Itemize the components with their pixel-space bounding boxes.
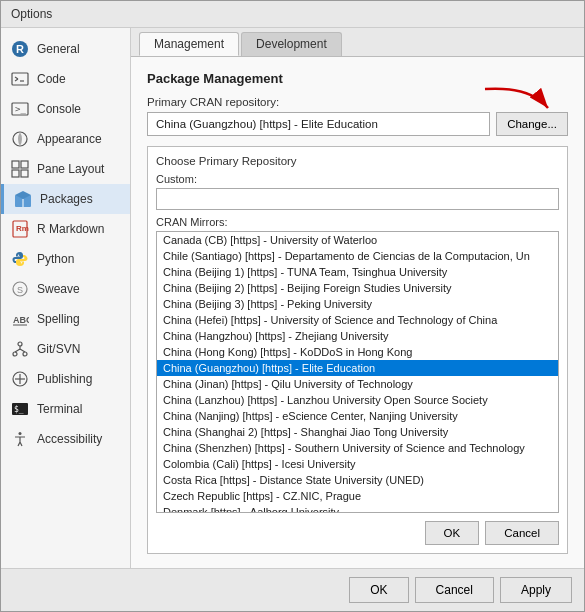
svg-text:>_: >_ bbox=[15, 104, 26, 114]
mirror-item[interactable]: China (Beijing 1) [https] - TUNA Team, T… bbox=[157, 264, 558, 280]
mirror-item[interactable]: Costa Rica [https] - Distance State Univ… bbox=[157, 472, 558, 488]
dialog-ok-button[interactable]: OK bbox=[425, 521, 480, 545]
code-icon bbox=[11, 70, 29, 88]
sidebar-label-python: Python bbox=[37, 252, 74, 266]
svg-text:S: S bbox=[17, 285, 23, 295]
accessibility-icon bbox=[11, 430, 29, 448]
custom-input[interactable] bbox=[156, 188, 559, 210]
terminal-icon: $_ bbox=[11, 400, 29, 418]
sidebar-item-git-svn[interactable]: Git/SVN bbox=[1, 334, 130, 364]
change-button[interactable]: Change... bbox=[496, 112, 568, 136]
packages-icon bbox=[14, 190, 32, 208]
spelling-icon: ABC bbox=[11, 310, 29, 328]
sidebar-label-accessibility: Accessibility bbox=[37, 432, 102, 446]
section-title: Package Management bbox=[147, 71, 568, 86]
sidebar-label-appearance: Appearance bbox=[37, 132, 102, 146]
mirror-item[interactable]: China (Guangzhou) [https] - Elite Educat… bbox=[157, 360, 558, 376]
mirror-item[interactable]: China (Beijing 2) [https] - Beijing Fore… bbox=[157, 280, 558, 296]
publishing-icon bbox=[11, 370, 29, 388]
appearance-icon bbox=[11, 130, 29, 148]
mirror-list[interactable]: Canada (CB) [https] - University of Wate… bbox=[156, 231, 559, 513]
mirror-item[interactable]: Colombia (Cali) [https] - Icesi Universi… bbox=[157, 456, 558, 472]
mirror-item[interactable]: Canada (CB) [https] - University of Wate… bbox=[157, 232, 558, 248]
sidebar-item-pane-layout[interactable]: Pane Layout bbox=[1, 154, 130, 184]
sidebar-label-console: Console bbox=[37, 102, 81, 116]
choose-box-title: Choose Primary Repository bbox=[156, 155, 559, 167]
cancel-button[interactable]: Cancel bbox=[415, 577, 494, 603]
svg-rect-9 bbox=[12, 161, 19, 168]
tabs-bar: Management Development bbox=[131, 28, 584, 57]
sidebar-item-sweave[interactable]: S Sweave bbox=[1, 274, 130, 304]
dialog-cancel-button[interactable]: Cancel bbox=[485, 521, 559, 545]
sidebar-item-spelling[interactable]: ABC Spelling bbox=[1, 304, 130, 334]
sidebar-item-accessibility[interactable]: Accessibility bbox=[1, 424, 130, 454]
mirror-item[interactable]: China (Lanzhou) [https] - Lanzhou Univer… bbox=[157, 392, 558, 408]
python-icon bbox=[11, 250, 29, 268]
mirror-item[interactable]: China (Hong Kong) [https] - KoDDoS in Ho… bbox=[157, 344, 558, 360]
mirror-item[interactable]: China (Hangzhou) [https] - Zhejiang Univ… bbox=[157, 328, 558, 344]
svg-point-24 bbox=[23, 352, 27, 356]
sidebar-item-python[interactable]: Python bbox=[1, 244, 130, 274]
repo-row: China (Guangzhou) [https] - Elite Educat… bbox=[147, 112, 568, 136]
pane-layout-icon bbox=[11, 160, 29, 178]
sidebar-label-publishing: Publishing bbox=[37, 372, 92, 386]
sidebar-item-r-markdown[interactable]: Rmd R Markdown bbox=[1, 214, 130, 244]
svg-text:R: R bbox=[16, 43, 24, 55]
mirror-item[interactable]: Czech Republic [https] - CZ.NIC, Prague bbox=[157, 488, 558, 504]
mirror-item[interactable]: Denmark [https] - Aalborg University bbox=[157, 504, 558, 513]
sidebar-item-packages[interactable]: Packages bbox=[1, 184, 130, 214]
choose-primary-repository-box: Choose Primary Repository Custom: CRAN M… bbox=[147, 146, 568, 554]
mirror-item[interactable]: China (Hefei) [https] - University of Sc… bbox=[157, 312, 558, 328]
sidebar-label-packages: Packages bbox=[40, 192, 93, 206]
sidebar: R General Code >_ Console bbox=[1, 28, 131, 568]
mirror-item[interactable]: Chile (Santiago) [https] - Departamento … bbox=[157, 248, 558, 264]
mirror-item[interactable]: China (Jinan) [https] - Qilu University … bbox=[157, 376, 558, 392]
sidebar-label-terminal: Terminal bbox=[37, 402, 82, 416]
console-icon: >_ bbox=[11, 100, 29, 118]
sidebar-item-console[interactable]: >_ Console bbox=[1, 94, 130, 124]
svg-point-23 bbox=[13, 352, 17, 356]
sidebar-label-git-svn: Git/SVN bbox=[37, 342, 80, 356]
panel-content: Package Management Primary CRAN reposito… bbox=[131, 57, 584, 568]
sidebar-item-general[interactable]: R General bbox=[1, 34, 130, 64]
svg-point-30 bbox=[19, 432, 22, 435]
sidebar-label-pane-layout: Pane Layout bbox=[37, 162, 104, 176]
sweave-icon: S bbox=[11, 280, 29, 298]
svg-text:ABC: ABC bbox=[13, 315, 29, 325]
mirror-item[interactable]: China (Nanjing) [https] - eScience Cente… bbox=[157, 408, 558, 424]
mirror-item[interactable]: China (Beijing 3) [https] - Peking Unive… bbox=[157, 296, 558, 312]
mirror-item[interactable]: China (Shanghai 2) [https] - Shanghai Ji… bbox=[157, 424, 558, 440]
bottom-bar: OK Cancel Apply bbox=[1, 568, 584, 611]
sidebar-item-publishing[interactable]: Publishing bbox=[1, 364, 130, 394]
svg-line-4 bbox=[15, 79, 18, 81]
svg-point-22 bbox=[18, 342, 22, 346]
r-markdown-icon: Rmd bbox=[11, 220, 29, 238]
main-panel: Management Development Package Managemen… bbox=[131, 28, 584, 568]
title-bar: Options bbox=[1, 1, 584, 28]
tab-management[interactable]: Management bbox=[139, 32, 239, 56]
tab-development[interactable]: Development bbox=[241, 32, 342, 56]
mirror-item[interactable]: China (Shenzhen) [https] - Southern Univ… bbox=[157, 440, 558, 456]
ok-button[interactable]: OK bbox=[349, 577, 408, 603]
sidebar-item-terminal[interactable]: $_ Terminal bbox=[1, 394, 130, 424]
apply-button[interactable]: Apply bbox=[500, 577, 572, 603]
sidebar-item-appearance[interactable]: Appearance bbox=[1, 124, 130, 154]
cran-mirrors-label: CRAN Mirrors: bbox=[156, 216, 559, 228]
sidebar-label-r-markdown: R Markdown bbox=[37, 222, 104, 236]
svg-text:Rmd: Rmd bbox=[16, 224, 29, 233]
repo-container: China (Guangzhou) [https] - Elite Educat… bbox=[147, 112, 568, 146]
sidebar-label-sweave: Sweave bbox=[37, 282, 80, 296]
git-svn-icon bbox=[11, 340, 29, 358]
primary-cran-value: China (Guangzhou) [https] - Elite Educat… bbox=[147, 112, 490, 136]
sidebar-item-code[interactable]: Code bbox=[1, 64, 130, 94]
sidebar-label-code: Code bbox=[37, 72, 66, 86]
options-window: Options R General Code >_ bbox=[0, 0, 585, 612]
custom-label: Custom: bbox=[156, 173, 559, 185]
primary-cran-label: Primary CRAN repository: bbox=[147, 96, 568, 108]
svg-rect-2 bbox=[12, 73, 28, 85]
r-icon: R bbox=[11, 40, 29, 58]
window-title: Options bbox=[11, 7, 52, 21]
sidebar-label-general: General bbox=[37, 42, 80, 56]
svg-rect-11 bbox=[12, 170, 19, 177]
svg-rect-12 bbox=[21, 170, 28, 177]
